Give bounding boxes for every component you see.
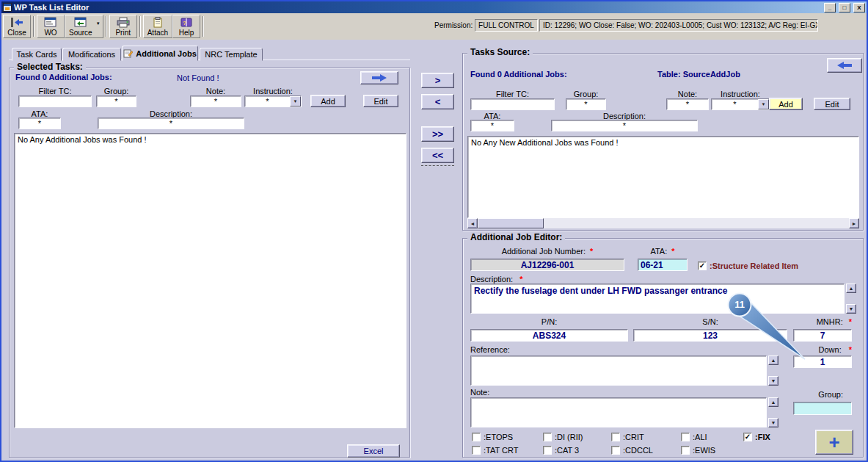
tab-nrc-template[interactable]: NRC Template [200, 48, 263, 61]
note-field[interactable] [470, 397, 767, 427]
move-all-right-button[interactable]: >> [421, 126, 454, 142]
toolbar-help-button[interactable]: ? Help [172, 15, 200, 38]
toolbar-source-label: Source [69, 29, 92, 37]
source-dropdown-icon[interactable]: ▼ [96, 21, 101, 26]
scrollbar-thumb[interactable] [478, 218, 544, 228]
scroll-up-icon[interactable]: ▲ [768, 397, 778, 407]
ewis-checkbox[interactable] [681, 446, 690, 455]
fix-checkbox-row: :FIX [743, 433, 770, 441]
ata-filter-input[interactable]: * [470, 120, 514, 131]
instruction-filter-select[interactable]: * ▼ [244, 95, 302, 107]
source-window-icon [73, 17, 88, 28]
filter-tc-input[interactable] [18, 95, 92, 107]
move-one-right-button[interactable]: > [421, 73, 454, 88]
toolbar-close-button[interactable]: Close [3, 15, 31, 38]
cdccl-checkbox[interactable] [611, 446, 620, 455]
arrow-right-icon [371, 73, 388, 82]
pn-field[interactable]: ABS324 [470, 329, 628, 342]
fix-checkbox[interactable] [743, 433, 752, 441]
tasks-source-title: Tasks Source: [467, 47, 533, 57]
description-filter-input[interactable]: * [98, 118, 244, 129]
tab-additional-jobs[interactable]: Additional Jobs [122, 46, 198, 61]
toolbar-separator [139, 16, 141, 37]
toolbar-source-button[interactable]: Source ▼ [65, 15, 103, 38]
cat3-label: :CAT 3 [555, 446, 579, 455]
ali-checkbox[interactable] [681, 433, 690, 441]
close-window-button[interactable]: X [853, 3, 865, 12]
title-bar[interactable]: WP Task List Editor _ □ X [1, 1, 867, 13]
job-number-field[interactable]: AJ12296-001 [470, 259, 624, 271]
description-filter-input[interactable]: * [551, 120, 698, 131]
job-ata-field[interactable]: 06-21 [638, 259, 688, 271]
selected-tasks-list[interactable]: No Any Additional Jobs was Found ! [14, 133, 406, 428]
move-selected-right-button[interactable] [360, 71, 398, 84]
cdccl-label: :CDCCL [623, 446, 653, 455]
group-filter-input[interactable]: * [96, 95, 136, 107]
group-label: Group: [793, 390, 852, 399]
selected-list-empty-text: No Any Additional Jobs was Found ! [15, 134, 406, 145]
group-filter-input[interactable]: * [566, 98, 606, 110]
ata-filter-input[interactable]: * [18, 118, 61, 129]
move-all-left-button[interactable]: << [421, 148, 454, 163]
toolbar-print-label: Print [115, 29, 131, 37]
attach-icon [151, 17, 164, 28]
move-one-left-button[interactable]: < [421, 94, 454, 109]
note-filter-input[interactable]: * [666, 98, 709, 110]
toolbar-help-label: Help [179, 29, 194, 37]
cat3-checkbox[interactable] [543, 446, 552, 455]
filter-tc-input[interactable] [470, 98, 555, 110]
permission-label: Permission: [434, 21, 473, 29]
dropdown-icon[interactable]: ▼ [290, 96, 301, 107]
ewis-label: :EWIS [693, 446, 715, 455]
group-filter-label: Group: [96, 87, 136, 95]
scroll-down-icon[interactable]: ▼ [768, 418, 778, 427]
instruction-filter-select[interactable]: * ▼ [711, 98, 770, 110]
tab-task-cards[interactable]: Task Cards [12, 48, 62, 61]
toolbar-wo-button[interactable]: WO [37, 15, 65, 38]
instruction-filter-value: * [245, 97, 290, 106]
etops-checkbox[interactable] [472, 433, 481, 441]
selected-tasks-panel: Selected Tasks: Found 0 Additional Jobs:… [9, 68, 410, 458]
workorder-info: ID: 12296; WO Close: False; WO: 202403-L… [539, 19, 818, 32]
di-rii-checkbox[interactable] [543, 433, 552, 441]
selected-edit-button[interactable]: Edit [363, 95, 398, 107]
instruction-filter-label: Instruction: [711, 90, 770, 98]
crit-label: :CRIT [623, 433, 644, 441]
dropdown-icon[interactable]: ▼ [758, 99, 769, 109]
source-list-empty-text: No Any New Additional Jobs was Found ! [468, 137, 858, 148]
scroll-down-icon[interactable]: ▼ [768, 376, 778, 386]
job-editor-title: Additional Job Editor: [467, 232, 565, 242]
note-filter-input[interactable]: * [190, 95, 241, 107]
scroll-down-icon[interactable]: ▼ [846, 304, 856, 314]
required-marker: * [849, 345, 852, 354]
source-edit-button[interactable]: Edit [814, 98, 850, 110]
group-filter-label: Group: [566, 90, 606, 98]
excel-button[interactable]: Excel [347, 444, 400, 458]
cat3-checkbox-row: :CAT 3 [543, 446, 579, 455]
tasks-source-panel: Tasks Source: Found 0 Additional Jobs: T… [462, 53, 864, 231]
move-source-left-button[interactable] [827, 58, 862, 73]
structure-related-checkbox[interactable] [698, 261, 707, 270]
maximize-button[interactable]: □ [839, 3, 850, 12]
scroll-right-icon[interactable]: ► [849, 218, 859, 228]
source-add-button[interactable]: Add [769, 98, 803, 110]
crit-checkbox[interactable] [611, 433, 620, 441]
group-field[interactable] [793, 402, 852, 415]
ali-checkbox-row: :ALI [681, 433, 707, 441]
required-marker: * [671, 247, 674, 256]
tat-crt-checkbox[interactable] [472, 446, 481, 455]
add-job-plus-button[interactable]: + [815, 430, 853, 455]
job-ata-label-text: ATA: [650, 247, 667, 256]
horizontal-scrollbar[interactable]: ◄ ► [467, 218, 859, 228]
tat-crt-label: :TAT CRT [484, 446, 518, 455]
scroll-up-icon[interactable]: ▲ [846, 284, 856, 293]
selected-add-button[interactable]: Add [310, 95, 346, 107]
scroll-left-icon[interactable]: ◄ [467, 218, 478, 228]
tab-modifications[interactable]: Modifications [62, 48, 121, 61]
source-tasks-list[interactable]: No Any New Additional Jobs was Found ! [467, 136, 859, 218]
minimize-button[interactable]: _ [824, 3, 836, 12]
toolbar-attach-button[interactable]: Attach [143, 15, 172, 38]
toolbar-print-button[interactable]: Print [109, 15, 137, 38]
note-filter-label: Note: [190, 87, 241, 95]
callout-number: 11 [734, 299, 745, 310]
